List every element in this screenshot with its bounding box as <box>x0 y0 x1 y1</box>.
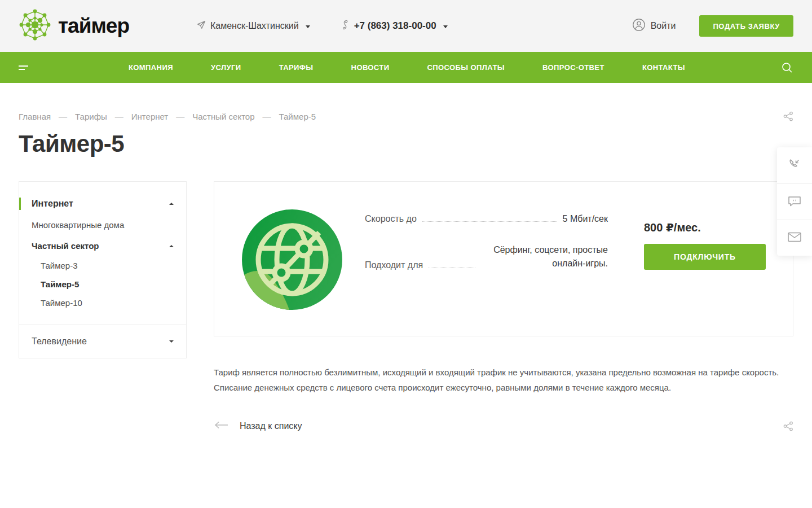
login-button[interactable]: Войти <box>632 18 676 34</box>
page: таймер Каменск-Шахтинский +7 (863) 318-0… <box>0 0 812 508</box>
page-title: Таймер-5 <box>19 130 793 157</box>
back-row: Назад к списку <box>214 421 793 431</box>
chat-button[interactable] <box>777 183 812 220</box>
chevron-up-icon <box>169 245 174 247</box>
speed-row: Скорость до 5 Мбит/сек <box>365 214 608 224</box>
header: таймер Каменск-Шахтинский +7 (863) 318-0… <box>0 0 812 52</box>
globe-icon <box>242 209 342 310</box>
logo-network-icon <box>19 8 51 43</box>
chevron-down-icon <box>306 25 310 28</box>
location-icon <box>197 20 206 32</box>
back-to-list-link[interactable]: Назад к списку <box>214 421 302 431</box>
nav-items: КОМПАНИЯ УСЛУГИ ТАРИФЫ НОВОСТИ СПОСОБЫ О… <box>30 63 781 72</box>
chat-icon <box>787 194 802 210</box>
share-icon[interactable] <box>783 111 793 121</box>
sidebar-item-private-sector[interactable]: Частный сектор <box>19 235 186 256</box>
fits-row: Подходит для Сёрфинг, соцсети, простые о… <box>365 243 608 270</box>
tariff-info: Скорость до 5 Мбит/сек Подходит для Сёрф… <box>365 209 608 336</box>
sidebar-tv-section: Телевидение <box>19 325 186 358</box>
nav-item-services[interactable]: УСЛУГИ <box>211 63 241 72</box>
mail-icon <box>787 231 802 245</box>
user-icon <box>632 18 646 34</box>
main-layout: Интернет Многоквартирные дома Частный се… <box>19 181 793 431</box>
chevron-down-icon <box>443 25 448 28</box>
search-icon[interactable] <box>781 62 793 74</box>
logo-text: таймер <box>58 14 129 38</box>
menu-icon[interactable] <box>19 65 30 70</box>
nav-item-company[interactable]: КОМПАНИЯ <box>129 63 173 72</box>
nav-item-news[interactable]: НОВОСТИ <box>351 63 390 72</box>
breadcrumb-internet[interactable]: Интернет <box>131 112 168 121</box>
sidebar-private-label: Частный сектор <box>32 241 99 251</box>
sidebar-item-timer-10[interactable]: Таймер-10 <box>24 294 186 312</box>
phone-selector[interactable]: +7 (863) 318-00-00 <box>341 20 448 32</box>
breadcrumb-separator: — <box>176 112 184 121</box>
sidebar: Интернет Многоквартирные дома Частный се… <box>19 181 187 358</box>
sidebar-item-internet[interactable]: Интернет <box>19 193 186 214</box>
fits-label: Подходит для <box>365 260 423 270</box>
callback-button[interactable] <box>777 147 812 183</box>
sidebar-internet-section: Интернет Многоквартирные дома Частный се… <box>19 182 186 325</box>
chevron-down-icon <box>169 340 174 343</box>
city-selector[interactable]: Каменск-Шахтинский <box>197 20 310 32</box>
sidebar-internet-label: Интернет <box>32 199 73 209</box>
tariff-description: Тариф является полностью безлимитным, ис… <box>214 365 783 395</box>
tariff-10-label: Таймер-10 <box>41 298 82 308</box>
email-button[interactable] <box>777 220 812 256</box>
breadcrumb-tariffs[interactable]: Тарифы <box>75 112 107 121</box>
dotted-leader <box>422 221 557 222</box>
speed-value: 5 Мбит/сек <box>563 214 608 224</box>
breadcrumb-separator: — <box>115 112 123 121</box>
sidebar-tariff-list: Таймер-3 Таймер-5 Таймер-10 <box>19 256 186 312</box>
sidebar-item-timer-3[interactable]: Таймер-3 <box>24 256 186 275</box>
city-label: Каменск-Шахтинский <box>210 21 299 31</box>
connect-button[interactable]: ПОДКЛЮЧИТЬ <box>644 244 766 270</box>
breadcrumb-current: Таймер-5 <box>279 112 316 121</box>
active-section-marker <box>19 198 21 210</box>
phone-icon <box>341 20 350 32</box>
price-value: 800 ₽/мес. <box>644 221 766 234</box>
tariff-3-label: Таймер-3 <box>41 261 78 270</box>
apply-request-button[interactable]: ПОДАТЬ ЗАЯВКУ <box>699 15 793 37</box>
share-icon[interactable] <box>783 421 793 431</box>
content: Главная — Тарифы — Интернет — Частный се… <box>0 111 812 431</box>
sidebar-tv-label: Телевидение <box>32 336 87 347</box>
logo[interactable]: таймер <box>19 8 129 43</box>
tariff-5-label: Таймер-5 <box>41 279 79 289</box>
nav-item-faq[interactable]: ВОПРОС-ОТВЕТ <box>542 63 604 72</box>
breadcrumb-separator: — <box>263 112 271 121</box>
arrow-left-icon <box>214 421 228 431</box>
breadcrumb: Главная — Тарифы — Интернет — Частный се… <box>19 112 316 121</box>
phone-number: +7 (863) 318-00-00 <box>354 20 436 32</box>
nav-item-payment[interactable]: СПОСОБЫ ОПЛАТЫ <box>427 63 505 72</box>
breadcrumb-separator: — <box>59 112 67 121</box>
back-label: Назад к списку <box>240 421 302 431</box>
login-label: Войти <box>651 21 676 31</box>
tariff-main: Скорость до 5 Мбит/сек Подходит для Сёрф… <box>214 181 793 431</box>
main-nav: КОМПАНИЯ УСЛУГИ ТАРИФЫ НОВОСТИ СПОСОБЫ О… <box>0 52 812 83</box>
fits-value: Сёрфинг, соцсети, простые онлайн-игры. <box>481 243 608 270</box>
callback-phone-icon <box>788 157 801 173</box>
breadcrumb-row: Главная — Тарифы — Интернет — Частный се… <box>19 111 793 121</box>
tariff-card: Скорость до 5 Мбит/сек Подходит для Сёрф… <box>214 181 793 336</box>
sidebar-item-timer-5[interactable]: Таймер-5 <box>24 275 186 294</box>
breadcrumb-home[interactable]: Главная <box>19 112 51 121</box>
nav-item-contacts[interactable]: КОНТАКТЫ <box>642 63 685 72</box>
speed-label: Скорость до <box>365 214 417 224</box>
sidebar-item-apartment[interactable]: Многоквартирные дома <box>19 214 186 235</box>
dotted-leader <box>429 268 475 268</box>
breadcrumb-private-sector[interactable]: Частный сектор <box>192 112 254 121</box>
nav-item-tariffs[interactable]: ТАРИФЫ <box>279 63 314 72</box>
sidebar-apartment-label: Многоквартирные дома <box>32 220 124 230</box>
contact-float-panel <box>777 147 812 256</box>
chevron-up-icon <box>169 203 174 205</box>
sidebar-item-tv[interactable]: Телевидение <box>19 325 186 358</box>
price-block: 800 ₽/мес. ПОДКЛЮЧИТЬ <box>644 209 766 336</box>
